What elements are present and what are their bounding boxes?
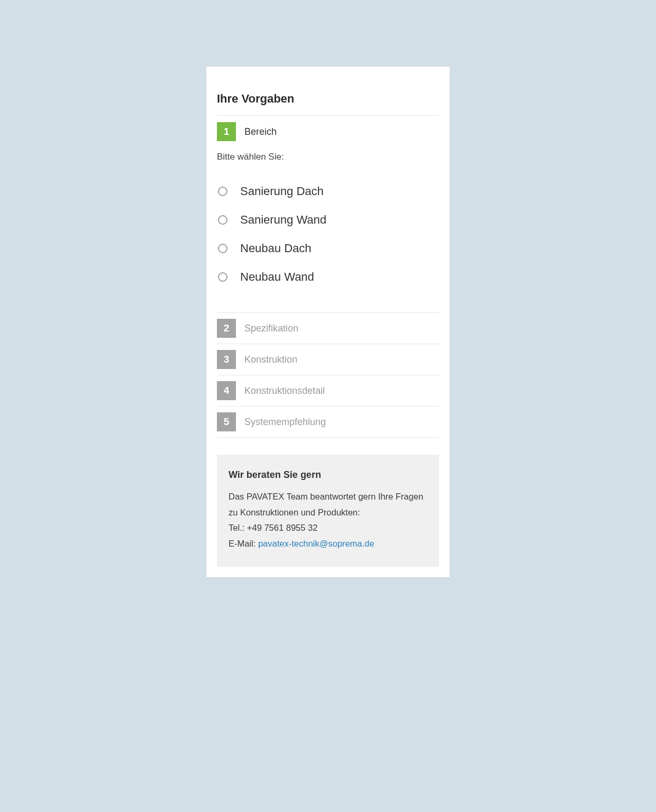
step-systemempfehlung: 5 Systemempfehlung <box>217 406 439 438</box>
step-number: 3 <box>217 350 236 369</box>
info-email-link[interactable]: pavatex-technik@soprema.de <box>258 539 374 548</box>
step-spezifikation: 2 Spezifikation <box>217 312 439 344</box>
option-label: Neubau Wand <box>240 270 314 284</box>
info-tel-prefix: Tel.: <box>229 523 247 532</box>
step-number: 5 <box>217 412 236 431</box>
page-title: Ihre Vorgaben <box>217 92 439 106</box>
step-konstruktion: 3 Konstruktion <box>217 344 439 375</box>
option-label: Neubau Dach <box>240 242 312 255</box>
option-label: Sanierung Dach <box>240 184 324 198</box>
active-step-header: 1 Bereich <box>217 116 439 147</box>
step-number: 2 <box>217 319 236 338</box>
info-title: Wir beraten Sie gern <box>229 469 427 481</box>
option-label: Sanierung Wand <box>240 213 326 227</box>
radio-icon <box>218 244 227 253</box>
info-email-prefix: E-Mail: <box>229 539 258 548</box>
options-list: Sanierung Dach Sanierung Wand Neubau Dac… <box>217 177 439 291</box>
inactive-steps-list: 2 Spezifikation 3 Konstruktion 4 Konstru… <box>217 312 439 438</box>
info-line1: Das PAVATEX Team beantwortet gern Ihre F… <box>229 492 423 517</box>
radio-icon <box>218 272 227 282</box>
info-text: Das PAVATEX Team beantwortet gern Ihre F… <box>229 489 427 552</box>
option-sanierung-wand[interactable]: Sanierung Wand <box>217 206 439 234</box>
radio-icon <box>218 215 227 225</box>
option-neubau-wand[interactable]: Neubau Wand <box>217 263 439 291</box>
step-label: Konstruktion <box>244 354 297 365</box>
option-neubau-dach[interactable]: Neubau Dach <box>217 234 439 263</box>
step-number-active: 1 <box>217 122 236 141</box>
info-box: Wir beraten Sie gern Das PAVATEX Team be… <box>217 455 439 567</box>
radio-icon <box>218 187 227 196</box>
step-number: 4 <box>217 381 236 400</box>
step-label: Systemempfehlung <box>244 417 326 428</box>
step-label: Spezifikation <box>244 323 298 334</box>
info-tel: +49 7561 8955 32 <box>247 523 318 532</box>
option-sanierung-dach[interactable]: Sanierung Dach <box>217 177 439 206</box>
wizard-card: Ihre Vorgaben 1 Bereich Bitte wählen Sie… <box>206 67 450 577</box>
step-label: Konstruktionsdetail <box>244 385 325 396</box>
step-konstruktionsdetail: 4 Konstruktionsdetail <box>217 375 439 406</box>
step-label-active: Bereich <box>244 126 277 137</box>
prompt-text: Bitte wählen Sie: <box>217 152 439 162</box>
